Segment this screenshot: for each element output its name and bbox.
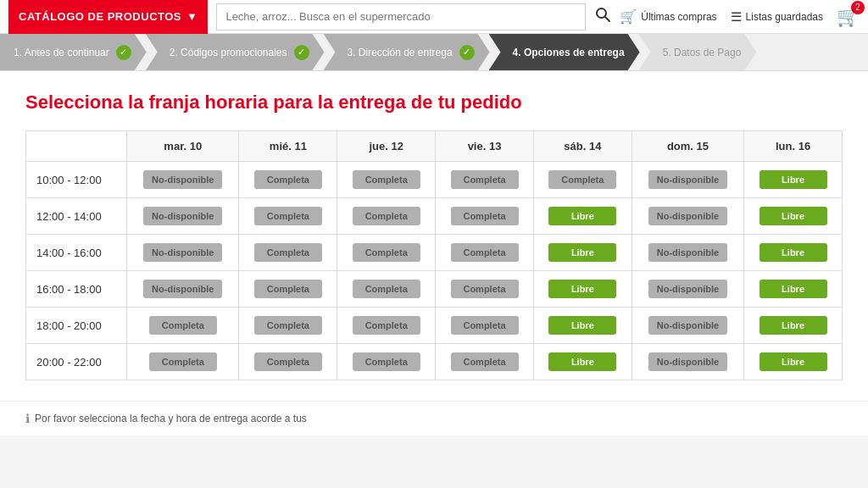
step-5[interactable]: 5. Datos de Pago [639,34,757,70]
slot-button-libre[interactable]: Libre [548,243,616,262]
step-2-label: 2. Códigos promocionales [170,47,287,58]
slot-cell: Completa [337,344,436,380]
slot-button-completa: Completa [254,352,322,371]
slot-cell: Completa [127,344,239,380]
cart-small-icon: 🛒 [620,8,637,25]
slot-cell[interactable]: Libre [744,271,843,308]
slot-cell: No-disponible [127,198,239,235]
slot-button-libre[interactable]: Libre [548,352,616,371]
slot-cell: No-disponible [632,271,743,308]
cart-badge: 2 [851,1,865,14]
slot-button-libre[interactable]: Libre [760,170,827,189]
slot-button-libre[interactable]: Libre [760,243,827,262]
slot-button-completa: Completa [451,243,519,262]
slot-button-completa: Completa [254,170,322,189]
slot-button-no-disponible: No-disponible [648,170,727,189]
search-input[interactable] [216,3,586,30]
slot-button-completa: Completa [451,207,519,225]
step-2-check: ✓ [294,45,309,60]
slot-cell[interactable]: Libre [533,344,632,380]
col-mar10: mar. 10 [127,131,239,162]
slot-button-completa: Completa [254,207,322,225]
slot-cell[interactable]: Libre [744,308,843,344]
step-1[interactable]: 1. Antes de continuar ✓ [0,34,147,70]
slot-button-libre[interactable]: Libre [760,352,827,371]
slot-cell[interactable]: Libre [533,271,632,308]
slot-cell: Completa [239,198,337,235]
footer-note-text: Por favor selecciona la fecha y hora de … [35,413,307,424]
slot-cell[interactable]: Libre [744,198,843,235]
col-time [26,131,127,162]
slot-button-completa: Completa [254,280,322,298]
slot-cell: No-disponible [632,344,743,380]
slot-cell: Completa [436,308,534,344]
slot-cell[interactable]: Libre [533,198,632,235]
header-actions: 🛒 Últimas compras ☰ Listas guardadas 🛒 2 [620,6,860,28]
step-3-label: 3. Dirección de entrega [348,47,453,58]
time-cell: 12:00 - 14:00 [26,198,127,235]
slot-button-libre[interactable]: Libre [548,280,616,298]
slot-button-completa: Completa [353,316,420,335]
table-row: 14:00 - 16:00No-disponibleCompletaComple… [26,235,843,271]
slot-cell: No-disponible [632,235,743,271]
slot-cell[interactable]: Libre [744,344,843,380]
col-vie13: vie. 13 [436,131,534,162]
slot-button-no-disponible: No-disponible [143,170,222,189]
catalog-arrow: ▼ [186,10,198,23]
time-cell: 18:00 - 20:00 [26,308,127,344]
slot-button-completa: Completa [451,280,519,298]
catalog-button[interactable]: CATÁLOGO DE PRODUCTOS ▼ [8,0,208,34]
slot-cell: Completa [127,308,239,344]
cart-wrapper[interactable]: 🛒 2 [837,6,860,28]
col-sab14: sáb. 14 [533,131,632,162]
step-5-label: 5. Datos de Pago [663,47,742,58]
last-purchases[interactable]: 🛒 Últimas compras [620,8,716,25]
slot-button-completa: Completa [254,316,322,335]
saved-lists[interactable]: ☰ Listas guardadas [731,9,823,25]
slot-button-completa: Completa [353,352,420,371]
slot-cell: Completa [239,271,337,308]
slot-button-libre[interactable]: Libre [760,316,827,335]
main-content: Selecciona la franja horaria para la ent… [0,71,868,401]
step-2[interactable]: 2. Códigos promocionales ✓ [146,34,325,70]
table-row: 18:00 - 20:00CompletaCompletaCompletaCom… [26,308,843,344]
slot-button-completa: Completa [149,316,217,335]
col-lun16: lun. 16 [744,131,843,162]
step-1-label: 1. Antes de continuar [14,47,109,58]
table-row: 12:00 - 14:00No-disponibleCompletaComple… [26,198,843,235]
step-4-label: 4. Opciones de entrega [513,47,625,58]
time-cell: 10:00 - 12:00 [26,162,127,198]
slot-button-completa: Completa [353,243,420,262]
slot-cell: No-disponible [632,308,743,344]
slot-cell[interactable]: Libre [744,235,843,271]
step-3[interactable]: 3. Dirección de entrega ✓ [324,34,490,70]
slot-button-libre[interactable]: Libre [760,207,827,225]
slot-cell: Completa [436,271,534,308]
table-header-row: mar. 10 mié. 11 jue. 12 vie. 13 sáb. 14 … [26,131,843,162]
slot-button-libre[interactable]: Libre [548,207,616,225]
step-4[interactable]: 4. Opciones de entrega [489,34,640,70]
slot-cell: Completa [533,162,632,198]
slot-button-no-disponible: No-disponible [648,280,727,298]
slot-cell: Completa [436,344,534,380]
slot-cell[interactable]: Libre [533,235,632,271]
slot-cell[interactable]: Libre [533,308,632,344]
table-row: 16:00 - 18:00No-disponibleCompletaComple… [26,271,843,308]
search-button[interactable] [594,6,611,27]
slot-cell: No-disponible [632,162,743,198]
table-row: 10:00 - 12:00No-disponibleCompletaComple… [26,162,843,198]
slot-button-completa: Completa [353,207,420,225]
slot-button-completa: Completa [149,352,217,371]
slot-button-no-disponible: No-disponible [648,316,727,335]
slot-cell[interactable]: Libre [744,162,843,198]
slot-cell: Completa [436,162,534,198]
table-row: 20:00 - 22:00CompletaCompletaCompletaCom… [26,344,843,380]
slot-button-libre[interactable]: Libre [760,280,827,298]
list-icon: ☰ [731,9,742,25]
slot-cell: Completa [239,344,337,380]
footer-note: ℹ Por favor selecciona la fecha y hora d… [0,401,868,435]
slot-button-libre[interactable]: Libre [548,316,616,335]
slot-button-completa: Completa [548,170,616,189]
slot-button-completa: Completa [254,243,322,262]
slot-cell: Completa [239,235,337,271]
